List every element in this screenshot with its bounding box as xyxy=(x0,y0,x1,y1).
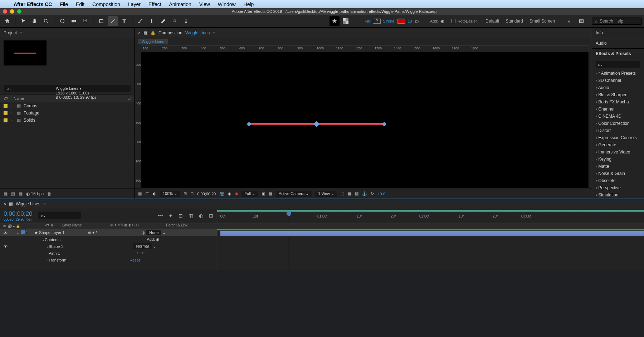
new-comp-icon[interactable]: ▧ xyxy=(11,191,15,196)
rotobezier-label[interactable]: RotoBezier xyxy=(458,19,477,23)
close-tab-icon[interactable]: × xyxy=(4,201,6,206)
comp-link[interactable]: Wiggle Lines xyxy=(185,30,210,35)
timeline-search[interactable]: ⌕▾ xyxy=(38,212,81,219)
eraser-tool[interactable] xyxy=(158,16,168,26)
camera-tool[interactable] xyxy=(69,16,79,26)
hand-tool[interactable] xyxy=(30,16,40,26)
layer-path1[interactable]: › Path 1 ⬳ ⬳ xyxy=(0,250,217,257)
roto-tool[interactable] xyxy=(170,16,180,26)
fill-label[interactable]: Fill: xyxy=(365,19,371,23)
col-name[interactable]: Name xyxy=(14,96,24,101)
folder-solids[interactable]: ›▦Solids xyxy=(0,117,134,124)
panel-menu-icon[interactable]: ≡ xyxy=(43,201,46,206)
rotobezier-checkbox[interactable] xyxy=(451,19,455,23)
shape-tool[interactable] xyxy=(96,16,106,26)
workspace-more-icon[interactable]: » xyxy=(567,18,570,24)
anchor-point-icon[interactable] xyxy=(314,121,320,127)
fx-immersive[interactable]: Immersive Video xyxy=(592,148,644,156)
fx-audio[interactable]: Audio xyxy=(592,84,644,91)
lock-icon[interactable]: 🔒 xyxy=(150,30,156,35)
3d-icon[interactable]: ⬚ xyxy=(341,191,344,196)
minimize-icon[interactable] xyxy=(10,9,14,14)
panel-menu-icon[interactable]: ≡ xyxy=(20,30,22,35)
grid-icon[interactable]: ⊞ xyxy=(184,191,187,196)
timeline-tracks[interactable] xyxy=(217,229,644,270)
menu-layer[interactable]: Layer xyxy=(128,1,141,7)
timecode-display[interactable]: 0;00;00;20 xyxy=(197,192,216,196)
guides-icon[interactable]: ⊡ xyxy=(190,191,194,196)
visibility-icon[interactable]: 👁 xyxy=(0,231,13,235)
layer-transform[interactable]: › Transform Reset xyxy=(0,257,217,263)
orbit-tool[interactable] xyxy=(57,16,67,26)
fx-obsolete[interactable]: Obsolete xyxy=(592,177,644,184)
menu-composition[interactable]: Composition xyxy=(92,1,120,7)
exposure-reset-icon[interactable]: ↻ xyxy=(371,191,374,196)
display-icon[interactable]: 🖵 xyxy=(145,192,149,196)
draft3d-icon[interactable]: ▨ xyxy=(355,191,358,196)
search-help[interactable]: ⌕ Search Help xyxy=(592,18,642,25)
fx-matte[interactable]: Matte xyxy=(592,163,644,170)
fx-3d-channel[interactable]: 3D Channel xyxy=(592,77,644,84)
layer-shape-1[interactable]: 👁 ⌄ 1 ★ Shape Layer 1 ⊕ ✦ / ◎ None ⌄ xyxy=(0,229,217,236)
checker-icon[interactable] xyxy=(341,16,351,26)
path-vertex-left[interactable] xyxy=(247,122,251,126)
stroke-label[interactable]: Stroke: xyxy=(383,19,395,23)
renderer-icon[interactable]: ▦ xyxy=(348,191,351,196)
fx-blur[interactable]: Blur & Sharpen xyxy=(592,91,644,98)
time-ruler[interactable]: :00f 10f 01:00f 10f 20f 02:00f 10f 20f 0… xyxy=(217,209,644,223)
star-icon[interactable] xyxy=(330,16,340,26)
menu-help[interactable]: Help xyxy=(244,1,254,7)
menu-edit[interactable]: Edit xyxy=(76,1,84,7)
fx-generate[interactable]: Generate xyxy=(592,141,644,148)
home-button[interactable] xyxy=(2,16,12,26)
puppet-tool[interactable] xyxy=(181,16,191,26)
alpha-icon[interactable]: ▦ xyxy=(138,191,142,196)
fx-perspective[interactable]: Perspective xyxy=(592,184,644,191)
zoom-tool[interactable] xyxy=(41,16,51,26)
menu-view[interactable]: View xyxy=(199,1,210,7)
fx-channel[interactable]: Channel xyxy=(592,106,644,113)
fx-color[interactable]: Color Correction xyxy=(592,120,644,127)
comp-mini-flowchart-icon[interactable]: ⬳ xyxy=(158,213,163,219)
fx-boris[interactable]: Boris FX Mocha xyxy=(592,98,644,106)
selection-tool[interactable] xyxy=(18,16,28,26)
app-name[interactable]: After Effects CC xyxy=(14,1,52,7)
timeline-tab[interactable]: Wiggle Lines xyxy=(16,201,40,206)
view-dropdown[interactable]: 1 View ⌄ xyxy=(315,191,337,197)
trash-icon[interactable]: 🗑 xyxy=(47,191,52,196)
sync-icon[interactable] xyxy=(576,16,586,26)
zoom-dropdown[interactable]: 100% ⌄ xyxy=(160,191,180,197)
path-vertex-right[interactable] xyxy=(382,122,386,126)
folder-footage[interactable]: ›▦Footage xyxy=(0,109,134,117)
flowchart-tab[interactable]: Wiggle Lines xyxy=(138,39,168,44)
audio-panel[interactable]: Audio xyxy=(592,38,644,49)
transparency-icon[interactable]: ▦ xyxy=(269,191,272,196)
workspace-standard[interactable]: Standard xyxy=(506,19,523,24)
menu-animation[interactable]: Animation xyxy=(169,1,191,7)
shape-path[interactable] xyxy=(249,123,385,125)
bpc-button[interactable]: ◐ 16 bpc xyxy=(26,191,44,196)
anchor-tool[interactable] xyxy=(80,16,90,26)
add-menu-icon[interactable]: ◉ xyxy=(440,19,444,24)
close-icon[interactable] xyxy=(3,9,7,14)
brush-tool[interactable] xyxy=(135,16,145,26)
channel-icon[interactable]: ◉ xyxy=(228,191,231,196)
frame-blend-icon[interactable]: ▥ xyxy=(189,213,193,219)
tag-icon[interactable]: 🏷 xyxy=(4,96,14,101)
fx-c4d[interactable]: CINEMA 4D xyxy=(592,113,644,120)
panel-menu-icon[interactable]: ≡ xyxy=(213,30,215,35)
fill-swatch[interactable]: ? xyxy=(373,19,381,24)
flowchart-icon[interactable]: ⊞ xyxy=(127,96,131,101)
stroke-width[interactable]: 10 xyxy=(408,19,412,23)
graph-editor-icon[interactable]: ⊞ xyxy=(209,213,213,219)
project-title[interactable]: Project xyxy=(4,30,17,35)
snapshot-icon[interactable]: 📷 xyxy=(219,191,224,196)
workspace-default[interactable]: Default xyxy=(486,19,499,24)
workspace-small-screen[interactable]: Small Screen xyxy=(530,19,555,24)
stroke-swatch[interactable] xyxy=(397,19,405,24)
close-tab-icon[interactable]: × xyxy=(138,30,141,35)
fx-simulation[interactable]: Simulation xyxy=(592,191,644,199)
menu-file[interactable]: File xyxy=(60,1,68,7)
clone-tool[interactable] xyxy=(147,16,157,26)
track-playhead[interactable] xyxy=(289,229,289,270)
